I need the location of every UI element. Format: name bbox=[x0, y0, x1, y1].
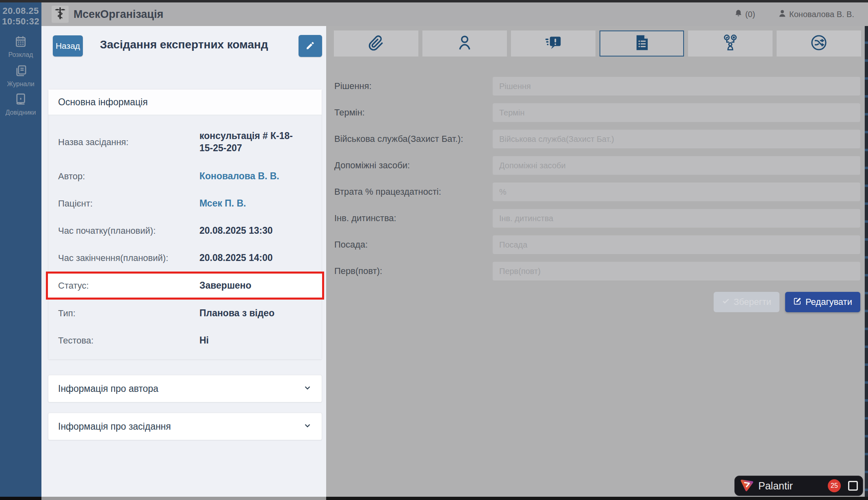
capacity-loss-input[interactable] bbox=[493, 183, 860, 201]
shuffle-icon bbox=[810, 34, 828, 53]
top-header: МсекОрганізація (0) bbox=[41, 2, 868, 26]
main-card-body: Назва засідання: консультація # К-18-15-… bbox=[48, 115, 322, 359]
form-row-term: Термін: bbox=[334, 103, 868, 122]
window-restore-icon[interactable] bbox=[848, 481, 858, 491]
palantir-brand: Palantir bbox=[758, 480, 793, 492]
scrollbar[interactable] bbox=[865, 26, 868, 497]
form-actions: Зберегти Редагувати bbox=[326, 292, 860, 312]
clock-time: 10:50:32 bbox=[0, 16, 41, 27]
military-service-input[interactable] bbox=[493, 130, 860, 148]
primary-repeat-input[interactable] bbox=[493, 262, 860, 280]
app-logo bbox=[52, 6, 69, 23]
notifications-count: (0) bbox=[745, 10, 755, 19]
section-title: Інформація про засідання bbox=[58, 421, 171, 432]
info-row-type: Тип: Планова з відео bbox=[48, 300, 322, 327]
info-row-end-time: Час закінчення(плановий): 20.08.2025 14:… bbox=[48, 244, 322, 272]
window-bottom-edge bbox=[0, 497, 41, 500]
form-row-aids: Допоміжні засоби: bbox=[334, 156, 868, 175]
comments-icon bbox=[544, 34, 562, 53]
edit-button-label: Редагувати bbox=[805, 297, 852, 307]
decision-form: Рішення: Термін: Військова служба(Захист… bbox=[334, 77, 868, 288]
decision-icon bbox=[721, 34, 739, 53]
sidebar-clock: 20.08.25 10:50:32 bbox=[0, 6, 41, 27]
field-label: Інв. дитинства: bbox=[334, 213, 493, 224]
row-value: консультація # К-18-15-25-207 bbox=[199, 130, 305, 154]
section-meeting-info[interactable]: Інформація про засідання bbox=[48, 413, 322, 440]
notifications-button[interactable]: (0) bbox=[734, 9, 755, 20]
childhood-disability-input[interactable] bbox=[493, 209, 860, 228]
row-label: Назва засідання: bbox=[58, 137, 199, 148]
sidebar-item-journals[interactable]: Журнали bbox=[0, 64, 41, 88]
chevron-down-icon bbox=[303, 421, 312, 432]
sidebar-item-label: Довідники bbox=[5, 109, 36, 116]
check-icon bbox=[722, 297, 730, 307]
info-row-author: Автор: Коновалова В. В. bbox=[48, 163, 322, 190]
tab-transfer[interactable] bbox=[777, 30, 861, 57]
field-label: Перв(повт): bbox=[334, 266, 493, 276]
page-title: Засідання експертних команд bbox=[100, 38, 268, 51]
chevron-down-icon bbox=[303, 383, 312, 394]
app-title: МсекОрганізація bbox=[74, 8, 163, 21]
sidebar-item-label: Журнали bbox=[7, 80, 34, 88]
section-title: Інформація про автора bbox=[58, 383, 158, 394]
tab-attachments[interactable] bbox=[334, 30, 418, 57]
left-panel: Назад Засідання експертних команд Основн… bbox=[41, 26, 326, 497]
row-value: 20.08.2025 14:00 bbox=[199, 252, 312, 264]
tab-patient[interactable] bbox=[422, 30, 507, 57]
row-value: Планова з відео bbox=[199, 307, 312, 320]
info-row-status-highlighted: Статус: Завершено bbox=[46, 272, 324, 300]
sidebar: 20.08.25 10:50:32 Розклад bbox=[0, 2, 41, 497]
pencil-icon bbox=[305, 41, 315, 52]
tab-decision-active[interactable] bbox=[600, 30, 684, 57]
document-list-icon bbox=[633, 34, 651, 53]
reference-book-icon bbox=[14, 93, 27, 107]
save-button[interactable]: Зберегти bbox=[714, 292, 779, 312]
aids-input[interactable] bbox=[493, 156, 860, 175]
row-label: Тестова: bbox=[58, 335, 199, 346]
status-value: Завершено bbox=[199, 280, 312, 292]
form-row-decision: Рішення: bbox=[334, 77, 868, 96]
main-card-title: Основна інформація bbox=[48, 89, 322, 115]
edit-button[interactable]: Редагувати bbox=[785, 292, 860, 312]
clock-date: 20.08.25 bbox=[0, 6, 41, 16]
decision-input[interactable] bbox=[493, 77, 860, 96]
tab-comments[interactable] bbox=[511, 30, 595, 57]
field-label: Рішення: bbox=[334, 81, 493, 91]
info-row-patient: Пацієнт: Мсек П. В. bbox=[48, 190, 322, 217]
patient-link[interactable]: Мсек П. В. bbox=[199, 198, 312, 210]
section-author-info[interactable]: Інформація про автора bbox=[48, 375, 322, 402]
calendar-icon bbox=[14, 35, 27, 50]
details-panel: Рішення: Термін: Військова служба(Захист… bbox=[326, 26, 865, 497]
main-info-card: Основна інформація Назва засідання: конс… bbox=[48, 89, 322, 360]
info-row-meeting-name: Назва засідання: консультація # К-18-15-… bbox=[48, 122, 322, 163]
app-window: 20.08.25 10:50:32 Розклад bbox=[0, 0, 868, 500]
position-input[interactable] bbox=[493, 235, 860, 254]
info-row-start-time: Час початку(плановий): 20.08.2025 13:30 bbox=[48, 217, 322, 244]
bell-icon bbox=[734, 9, 743, 20]
sidebar-item-label: Розклад bbox=[9, 51, 33, 59]
field-label: Військова служба(Захист Бат.): bbox=[334, 134, 493, 144]
form-row-position: Посада: bbox=[334, 235, 868, 254]
window-bottom-edge bbox=[41, 497, 326, 500]
journals-icon bbox=[14, 64, 27, 79]
user-menu[interactable]: Коновалова В. В. bbox=[778, 9, 854, 20]
row-label: Час закінчення(плановий): bbox=[58, 253, 199, 263]
palantir-widget[interactable]: Palantir 25 bbox=[734, 476, 863, 496]
row-label: Статус: bbox=[58, 280, 199, 291]
edit-meeting-button[interactable] bbox=[299, 35, 322, 57]
author-link[interactable]: Коновалова В. В. bbox=[199, 170, 312, 183]
back-button[interactable]: Назад bbox=[53, 35, 83, 57]
term-input[interactable] bbox=[493, 103, 860, 122]
field-label: Посада: bbox=[334, 239, 493, 250]
person-icon bbox=[456, 34, 474, 53]
edit-square-icon bbox=[793, 297, 802, 308]
header-right: (0) Коновалова В. В. bbox=[734, 9, 854, 20]
row-label: Час початку(плановий): bbox=[58, 226, 199, 236]
row-label: Пацієнт: bbox=[58, 198, 199, 209]
tab-bar bbox=[334, 30, 861, 57]
sidebar-item-directories[interactable]: Довідники bbox=[0, 93, 41, 116]
sidebar-item-schedule[interactable]: Розклад bbox=[0, 35, 41, 59]
tab-approval[interactable] bbox=[688, 30, 773, 57]
info-row-test: Тестова: Ні bbox=[48, 327, 322, 354]
row-label: Автор: bbox=[58, 171, 199, 182]
